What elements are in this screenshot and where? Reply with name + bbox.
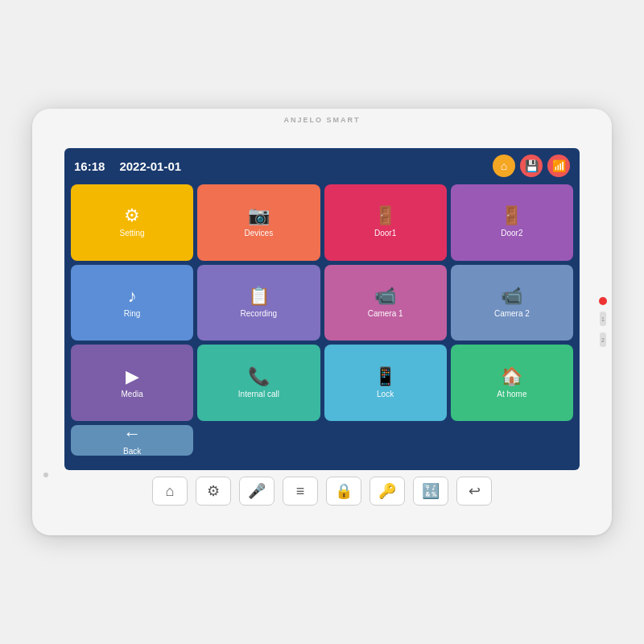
wifi-icon-btn[interactable]: 📶 [547, 155, 570, 177]
tile-athome[interactable]: 🏠 At home [451, 345, 573, 421]
tile-lock[interactable]: 📱 Lock [324, 345, 447, 421]
screen-wrapper: 16:18 2022-01-01 ⌂ 💾 📶 ⚙ Setting 📷 Devic… [64, 142, 580, 506]
screen-header: 16:18 2022-01-01 ⌂ 💾 📶 [64, 148, 580, 180]
bottom-key-btn[interactable]: 🔑 [369, 477, 405, 506]
back-label: Back [123, 447, 141, 456]
recording-icon: 📋 [248, 287, 270, 305]
athome-label: At home [497, 390, 526, 398]
bottom-lock-btn[interactable]: 🔒 [326, 477, 361, 506]
bottom-home-btn[interactable]: ⌂ [152, 477, 188, 506]
tile-back[interactable]: ← Back [71, 425, 193, 456]
camera2-label: Camera 2 [494, 309, 530, 318]
save-icon-btn[interactable]: 💾 [520, 155, 543, 177]
mic-dot [43, 473, 48, 477]
setting-label: Setting [120, 229, 145, 237]
bottom-mic-btn[interactable]: 🎤 [239, 477, 275, 506]
setting-icon: ⚙ [124, 207, 140, 225]
tile-devices[interactable]: 📷 Devices [197, 184, 320, 261]
tile-camera1[interactable]: 📹 Camera 1 [324, 265, 447, 341]
ring-icon: ♪ [128, 287, 137, 305]
ring-label: Ring [124, 309, 141, 318]
camera2-icon: 📹 [501, 287, 522, 305]
bottom-button-row: ⌂ ⚙ 🎤 ≡ 🔒 🔑 🔣 ↩ [64, 477, 580, 506]
media-label: Media [122, 390, 143, 398]
bottom-code-btn[interactable]: 🔣 [413, 477, 448, 506]
tile-internal[interactable]: 📞 Internal call [197, 345, 320, 421]
bottom-back-btn[interactable]: ↩ [456, 477, 492, 506]
media-icon: ▶ [126, 368, 139, 386]
athome-icon: 🏠 [501, 368, 522, 386]
time-display: 16:18 [74, 159, 105, 173]
back-icon: ← [123, 425, 141, 443]
time-date: 16:18 2022-01-01 [74, 159, 181, 173]
recording-label: Recording [241, 309, 278, 318]
bottom-eq-btn[interactable]: ≡ [283, 477, 318, 506]
door1-label: Door1 [374, 229, 396, 237]
date-display: 2022-01-01 [119, 159, 181, 173]
tile-ring[interactable]: ♪ Ring [71, 265, 193, 341]
lock-icon: 📱 [374, 368, 396, 386]
header-icons: ⌂ 💾 📶 [493, 155, 570, 177]
door2-icon: 🚪 [501, 207, 522, 225]
tile-grid: ⚙ Setting 📷 Devices 🚪 Door1 🚪 Door2 ♪ [64, 180, 580, 462]
home-icon-btn[interactable]: ⌂ [493, 155, 515, 177]
tile-door1[interactable]: 🚪 Door1 [324, 184, 447, 261]
tile-camera2[interactable]: 📹 Camera 2 [451, 265, 573, 341]
side-buttons: 1 2 [599, 297, 607, 347]
internal-label: Internal call [238, 390, 279, 398]
door2-label: Door2 [501, 229, 522, 237]
tile-door2[interactable]: 🚪 Door2 [451, 184, 573, 261]
screen: 16:18 2022-01-01 ⌂ 💾 📶 ⚙ Setting 📷 Devic… [64, 148, 580, 470]
device-frame: ANJELO SMART 16:18 2022-01-01 ⌂ 💾 📶 ⚙ Se… [32, 109, 612, 535]
tile-recording[interactable]: 📋 Recording [197, 265, 320, 341]
internal-icon: 📞 [248, 368, 270, 386]
brand-label: ANJELO SMART [283, 116, 360, 124]
door1-icon: 🚪 [374, 207, 396, 225]
tile-media[interactable]: ▶ Media [71, 345, 193, 421]
camera1-icon: 📹 [374, 287, 396, 305]
bottom-settings-btn[interactable]: ⚙ [196, 477, 231, 506]
side-btn-1[interactable]: 1 [600, 312, 606, 326]
tile-setting[interactable]: ⚙ Setting [71, 184, 193, 261]
side-btn-2[interactable]: 2 [600, 332, 606, 347]
devices-label: Devices [245, 229, 274, 237]
camera1-label: Camera 1 [368, 309, 403, 318]
power-button[interactable] [599, 297, 607, 305]
lock-label: Lock [377, 390, 394, 398]
devices-icon: 📷 [248, 207, 270, 225]
